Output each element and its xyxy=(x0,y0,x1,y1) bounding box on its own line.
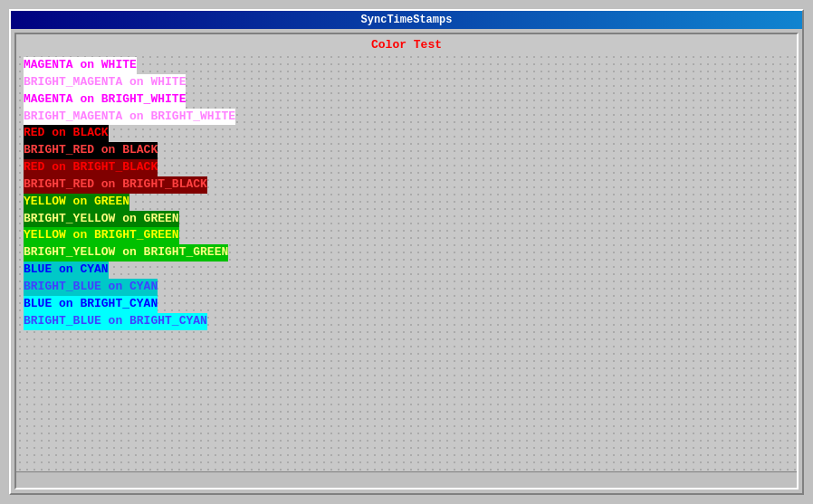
color-text-row: YELLOW on GREEN xyxy=(24,194,129,211)
color-text-row: BRIGHT_MAGENTA on WHITE xyxy=(24,74,186,91)
color-text-row: RED on BLACK xyxy=(24,125,109,142)
color-text-row: BRIGHT_MAGENTA on BRIGHT_WHITE xyxy=(24,109,235,126)
color-text-row: RED on BRIGHT_BLACK xyxy=(24,159,158,176)
color-text-row: BRIGHT_BLUE on BRIGHT_CYAN xyxy=(24,313,207,330)
color-text-row: YELLOW on BRIGHT_GREEN xyxy=(24,227,179,244)
main-window: SyncTimeStamps Color Test MAGENTA on WHI… xyxy=(9,9,804,495)
color-text-row: MAGENTA on BRIGHT_WHITE xyxy=(24,91,186,109)
color-text-row: BLUE on CYAN xyxy=(24,262,109,279)
window-title: SyncTimeStamps xyxy=(361,14,453,26)
color-text-row: BRIGHT_YELLOW on GREEN xyxy=(24,211,179,228)
panel-title: Color Test xyxy=(16,34,797,53)
color-text-row: BRIGHT_RED on BLACK xyxy=(24,142,158,159)
content-area: Color Test MAGENTA on WHITEBRIGHT_MAGENT… xyxy=(11,29,802,493)
title-bar: SyncTimeStamps xyxy=(11,11,802,29)
panel: Color Test MAGENTA on WHITEBRIGHT_MAGENT… xyxy=(14,33,799,490)
color-text-row: BRIGHT_YELLOW on BRIGHT_GREEN xyxy=(24,244,228,262)
terminal-area: MAGENTA on WHITEBRIGHT_MAGENTA on WHITEM… xyxy=(16,53,797,471)
color-text-row: MAGENTA on WHITE xyxy=(24,57,137,74)
color-text-row: BLUE on BRIGHT_CYAN xyxy=(24,296,158,313)
scrollbar-area[interactable] xyxy=(16,471,797,488)
color-text-row: BRIGHT_BLUE on CYAN xyxy=(24,279,158,296)
color-text-row: BRIGHT_RED on BRIGHT_BLACK xyxy=(24,176,207,194)
